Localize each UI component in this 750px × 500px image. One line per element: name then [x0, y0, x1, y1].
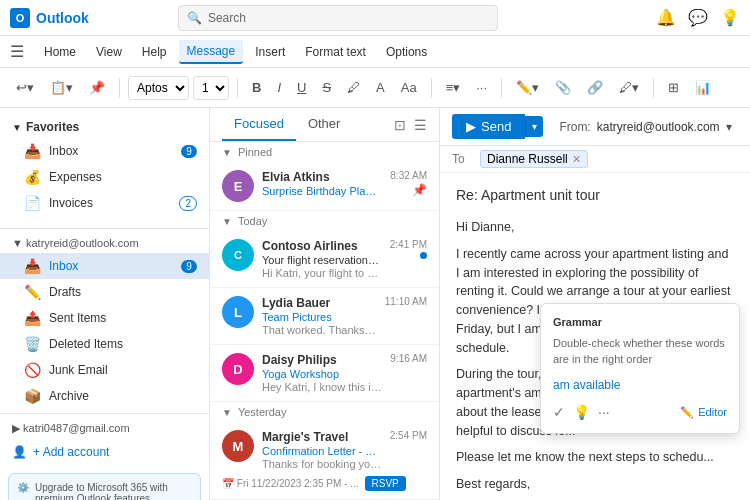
search-bar[interactable]: 🔍 Search	[178, 5, 498, 31]
email-time: 8:32 AM	[390, 170, 427, 181]
sidebar-item-label: Inbox	[49, 144, 78, 158]
sort-icon[interactable]: ☰	[414, 117, 427, 133]
sidebar-item-inbox[interactable]: 📥 Inbox 9	[0, 253, 209, 279]
email-item-daisy[interactable]: D Daisy Philips Yoga Workshop Hey Katri,…	[210, 345, 439, 402]
grammar-suggestion[interactable]: am available	[553, 376, 727, 394]
email-meta: 2:54 PM	[390, 430, 427, 441]
tip-icon[interactable]: 💡	[720, 8, 740, 27]
font-color-button[interactable]: A	[370, 76, 391, 99]
favorites-section: ▼ Favorites 📥 Inbox 9 💰 Expenses 📄 Invoi…	[0, 108, 209, 224]
pinned-group-header: ▼ Pinned	[210, 142, 439, 162]
send-label: Send	[481, 119, 511, 134]
tab-other[interactable]: Other	[296, 108, 353, 141]
today-group-header: ▼ Today	[210, 211, 439, 231]
notification-icon[interactable]: 🔔	[656, 8, 676, 27]
undo-button[interactable]: ↩▾	[10, 76, 40, 99]
accept-grammar-button[interactable]: ✓	[553, 402, 565, 423]
remove-recipient-button[interactable]: ✕	[572, 153, 581, 166]
sidebar-divider-2	[0, 413, 209, 414]
info-grammar-button[interactable]: 💡	[573, 402, 590, 423]
email-item-lydia[interactable]: L Lydia Bauer Team Pictures That worked.…	[210, 288, 439, 345]
account1-header: ▼ katryreid@outlook.com	[0, 233, 209, 253]
sidebar-item-invoices[interactable]: 📄 Invoices 2	[0, 190, 209, 216]
highlight-button[interactable]: 🖊	[341, 76, 366, 99]
menu-view[interactable]: View	[88, 41, 130, 63]
chat-icon[interactable]: 💬	[688, 8, 708, 27]
from-field: From: katryreid@outlook.com ▾	[559, 120, 731, 134]
email-item-margie[interactable]: M Margie's Travel Confirmation Letter - …	[210, 422, 439, 500]
edit-button[interactable]: ✏️▾	[510, 76, 545, 99]
chart-button[interactable]: 📊	[689, 76, 717, 99]
more-grammar-button[interactable]: ···	[598, 402, 610, 423]
sidebar-item-favorites-inbox[interactable]: 📥 Inbox 9	[0, 138, 209, 164]
email-sender: Contoso Airlines	[262, 239, 382, 253]
sidebar-item-junk[interactable]: 🚫 Junk Email	[0, 357, 209, 383]
email-item-elvia[interactable]: E Elvia Atkins Surprise Birthday Plannin…	[210, 162, 439, 211]
hamburger-icon[interactable]: ☰	[10, 42, 24, 61]
sidebar-item-archive[interactable]: 📦 Archive	[0, 383, 209, 409]
inbox-badge-2: 9	[181, 260, 197, 273]
table-button[interactable]: ⊞	[662, 76, 685, 99]
strikethrough-button[interactable]: S	[316, 76, 337, 99]
rsvp-row: 📅 Fri 11/22/2023 2:35 PM - ... RSVP	[222, 472, 427, 491]
sidebar-item-drafts[interactable]: ✏️ Drafts	[0, 279, 209, 305]
editor-icon: ✏️	[680, 404, 694, 421]
email-sender: Margie's Travel	[262, 430, 382, 444]
editor-button[interactable]: ✏️ Editor	[680, 404, 727, 421]
from-chevron-icon[interactable]: ▾	[726, 120, 732, 134]
sidebar-item-deleted[interactable]: 🗑️ Deleted Items	[0, 331, 209, 357]
invoices-icon: 📄	[24, 195, 41, 211]
more-button[interactable]: ···	[470, 76, 493, 99]
menu-insert[interactable]: Insert	[247, 41, 293, 63]
tab-focused[interactable]: Focused	[222, 108, 296, 141]
upgrade-banner[interactable]: ⚙️ Upgrade to Microsoft 365 with premium…	[8, 473, 201, 500]
pen-button[interactable]: 🖊▾	[613, 76, 645, 99]
grammar-description: Double-check whether these words are in …	[553, 335, 727, 368]
reading-pane: ▶ Send ▾ From: katryreid@outlook.com ▾ T…	[440, 108, 750, 500]
list-button[interactable]: ≡▾	[440, 76, 467, 99]
italic-button[interactable]: I	[271, 76, 287, 99]
underline-button[interactable]: U	[291, 76, 312, 99]
avatar: M	[222, 430, 254, 462]
add-account-button[interactable]: 👤 + Add account	[0, 439, 209, 465]
menu-options[interactable]: Options	[378, 41, 435, 63]
pin-button[interactable]: 📌	[83, 76, 111, 99]
chevron-down-icon: ▼	[222, 216, 232, 227]
menu-format-text[interactable]: Format text	[297, 41, 374, 63]
menu-bar: ☰ Home View Help Message Insert Format t…	[0, 36, 750, 68]
top-bar-icons: 🔔 💬 💡	[656, 8, 740, 27]
sidebar-item-label: Drafts	[49, 285, 81, 299]
email-body: Re: Apartment unit tour Hi Dianne, I rec…	[440, 173, 750, 500]
send-button[interactable]: ▶ Send	[452, 114, 525, 139]
link-button[interactable]: 🔗	[581, 76, 609, 99]
sidebar-item-sent[interactable]: 📤 Sent Items	[0, 305, 209, 331]
font-size-select[interactable]: 11	[193, 76, 229, 100]
filter-icon[interactable]: ⊡	[394, 117, 406, 133]
invoices-badge: 2	[179, 196, 197, 211]
sidebar-item-expenses[interactable]: 💰 Expenses	[0, 164, 209, 190]
menu-help[interactable]: Help	[134, 41, 175, 63]
more-format-button[interactable]: Aa	[395, 76, 423, 99]
grammar-tooltip: Grammar Double-check whether these words…	[540, 303, 740, 434]
font-select[interactable]: Aptos	[128, 76, 189, 100]
email-content: Margie's Travel Confirmation Letter - MP…	[262, 430, 382, 470]
menu-home[interactable]: Home	[36, 41, 84, 63]
menu-message[interactable]: Message	[179, 40, 244, 64]
toolbar-separator-4	[501, 78, 502, 98]
rsvp-button[interactable]: RSVP	[365, 476, 406, 491]
clipboard-button[interactable]: 📋▾	[44, 76, 79, 99]
email-time: 2:54 PM	[390, 430, 427, 441]
drafts-icon: ✏️	[24, 284, 41, 300]
inbox-badge: 9	[181, 145, 197, 158]
attach-button[interactable]: 📎	[549, 76, 577, 99]
email-item-contoso[interactable]: C Contoso Airlines Your flight reservati…	[210, 231, 439, 288]
top-bar: O Outlook 🔍 Search 🔔 💬 💡	[0, 0, 750, 36]
email-subject: Re: Apartment unit tour	[456, 185, 734, 206]
send-button-group: ▶ Send ▾	[452, 114, 543, 139]
send-dropdown-button[interactable]: ▾	[525, 116, 543, 137]
group-label: Yesterday	[238, 406, 287, 418]
favorites-header[interactable]: ▼ Favorites	[0, 116, 209, 138]
bold-button[interactable]: B	[246, 76, 267, 99]
group-label: Pinned	[238, 146, 272, 158]
recipient-name: Dianne Russell	[487, 152, 568, 166]
